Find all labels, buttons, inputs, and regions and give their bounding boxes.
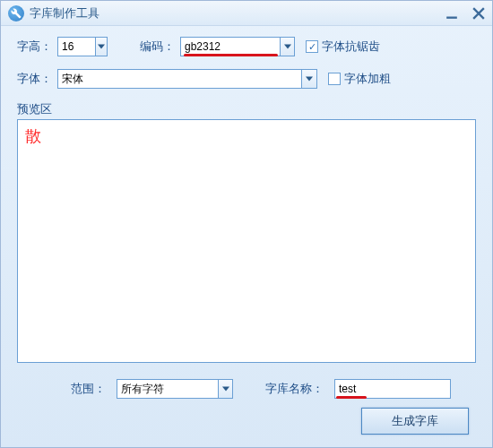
window-controls: [445, 7, 485, 20]
row-height-encoding: 字高： 编码： 字体抗锯齿: [17, 37, 476, 56]
annotation-underline: [184, 54, 278, 56]
encoding-combo[interactable]: [180, 37, 295, 56]
bold-label: 字体加粗: [344, 71, 391, 87]
font-label: 字体：: [17, 71, 52, 87]
font-input[interactable]: [58, 70, 301, 88]
titlebar: 字库制作工具: [1, 1, 492, 26]
font-combo[interactable]: [57, 69, 317, 89]
bold-checkbox[interactable]: [328, 73, 341, 85]
preview-sample-char: 散: [25, 127, 41, 145]
svg-rect-0: [446, 16, 457, 18]
annotation-underline: [336, 396, 367, 399]
chevron-down-icon[interactable]: [218, 380, 232, 398]
window-title: 字库制作工具: [30, 5, 99, 22]
content-area: 字高： 编码： 字体抗锯齿 字体：: [1, 26, 492, 447]
height-combo[interactable]: [57, 37, 108, 56]
generate-button[interactable]: 生成字库: [361, 408, 469, 435]
bold-checkbox-wrap[interactable]: 字体加粗: [328, 71, 391, 87]
height-input[interactable]: [58, 38, 95, 56]
row-range-name: 范围： 字库名称：: [17, 379, 476, 399]
window: 字库制作工具 字高： 编码： 字体抗锯齿 字体: [0, 0, 493, 448]
libname-label: 字库名称：: [265, 381, 324, 397]
height-label: 字高：: [17, 39, 52, 55]
preview-box: 散: [17, 119, 476, 363]
range-input[interactable]: [117, 380, 218, 398]
minimize-icon[interactable]: [445, 7, 458, 20]
row-font: 字体： 字体加粗: [17, 69, 476, 89]
chevron-down-icon[interactable]: [280, 38, 294, 56]
app-icon: [8, 5, 24, 22]
generate-row: 生成字库: [17, 408, 476, 435]
range-combo[interactable]: [117, 379, 233, 399]
antialias-checkbox[interactable]: [306, 40, 318, 53]
preview-section-label: 预览区: [17, 101, 476, 117]
close-icon[interactable]: [472, 7, 485, 20]
chevron-down-icon[interactable]: [301, 70, 316, 88]
encoding-input[interactable]: [181, 38, 280, 56]
range-label: 范围：: [71, 381, 106, 397]
libname-wrap: [334, 379, 451, 399]
antialias-checkbox-wrap[interactable]: 字体抗锯齿: [306, 39, 380, 55]
antialias-label: 字体抗锯齿: [322, 39, 380, 55]
encoding-label: 编码：: [140, 39, 175, 55]
chevron-down-icon[interactable]: [95, 38, 107, 56]
